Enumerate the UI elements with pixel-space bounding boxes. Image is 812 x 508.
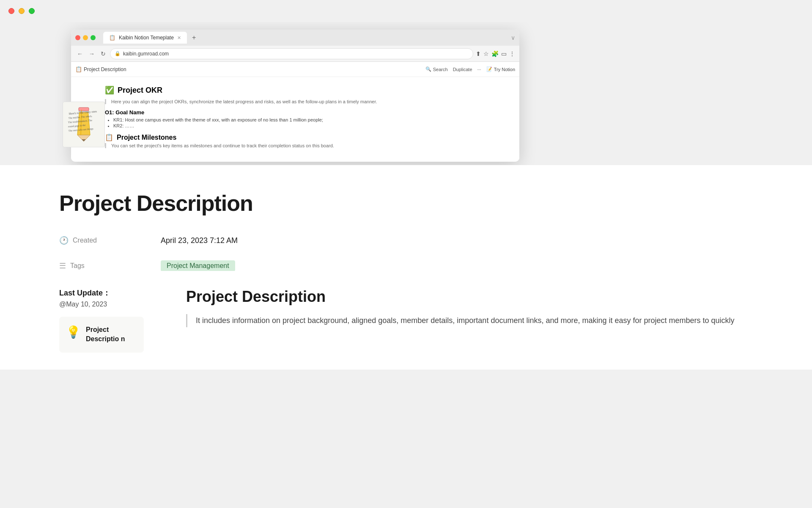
breadcrumb-icon: 📋 <box>75 66 82 72</box>
body-text: It includes information on project backg… <box>196 314 753 327</box>
goal-item-2: KR2: …… <box>113 123 502 128</box>
bookmark-icon[interactable]: ☆ <box>483 50 489 57</box>
browser-maximize[interactable] <box>91 35 96 40</box>
page-title: Project Description <box>59 190 753 216</box>
notion-actions: 🔍 Search Duplicate ··· 📝 Try Notion <box>425 66 515 72</box>
tab-close-icon[interactable]: ✕ <box>177 35 181 41</box>
body-blockquote: It includes information on project backg… <box>186 314 753 327</box>
breadcrumb: 📋 Project Description <box>75 66 126 72</box>
sidebar-info: Last Update： @May 10, 2023 💡 Project Des… <box>59 288 152 353</box>
created-property-row: 🕐 Created April 23, 2023 7:12 AM <box>59 233 753 248</box>
milestones-section-title: 📋 Project Milestones <box>105 133 502 141</box>
browser-close[interactable] <box>75 35 80 40</box>
macos-titlebar <box>0 0 812 22</box>
notion-description: Here you can align the project OKRs, syn… <box>105 99 502 104</box>
list-icon: ☰ <box>59 261 66 271</box>
browser-traffic-lights <box>75 35 96 40</box>
search-button[interactable]: 🔍 Search <box>425 66 448 72</box>
related-card[interactable]: 💡 Project Descriptio n <box>59 317 144 353</box>
tags-label: Tags <box>70 262 85 270</box>
notion-icon: 📝 <box>486 66 492 72</box>
goal-item-1: KR1: Host one campus event with the them… <box>113 117 502 122</box>
browser-titlebar: 📋 Kaibin Notion Temeplate ✕ + ∨ <box>71 30 519 46</box>
back-button[interactable]: ← <box>75 49 85 59</box>
created-value[interactable]: April 23, 2023 7:12 AM <box>161 236 238 245</box>
tag-badge[interactable]: Project Management <box>161 260 235 271</box>
tab-title: Kaibin Notion Temeplate <box>119 35 174 41</box>
address-text: kaibin.gumroad.com <box>123 51 169 57</box>
body-title: Project Description <box>186 288 753 306</box>
sidebar-icon[interactable]: ▭ <box>501 50 507 57</box>
tags-label-container: ☰ Tags <box>59 261 161 271</box>
related-card-icon: 💡 <box>66 325 81 339</box>
last-update-label: Last Update： <box>59 288 152 298</box>
maximize-button[interactable] <box>29 8 35 14</box>
browser-chevron-icon: ∨ <box>511 34 515 41</box>
last-update-date: @May 10, 2023 <box>59 301 152 308</box>
close-button[interactable] <box>8 8 14 14</box>
browser-tab[interactable]: 📋 Kaibin Notion Temeplate ✕ <box>103 32 187 44</box>
browser-window: 📋 Kaibin Notion Temeplate ✕ + ∨ ← → ↻ 🔒 … <box>71 30 519 162</box>
browser-actions: ⬆ ☆ 🧩 ▭ ⋮ <box>476 50 515 57</box>
breadcrumb-text: Project Description <box>84 66 126 72</box>
try-notion-button[interactable]: 📝 Try Notion <box>486 66 515 72</box>
browser-minimize[interactable] <box>83 35 88 40</box>
lock-icon: 🔒 <box>115 51 121 56</box>
created-label-container: 🕐 Created <box>59 236 161 245</box>
address-bar[interactable]: 🔒 kaibin.gumroad.com <box>110 48 473 59</box>
share-icon[interactable]: ⬆ <box>476 50 481 57</box>
svg-marker-5 <box>82 139 86 141</box>
tags-value[interactable]: Project Management <box>161 260 235 271</box>
notion-goal-heading: O1: Goal Name <box>105 109 502 116</box>
forward-button[interactable]: → <box>87 49 96 59</box>
notion-page-preview: ✅ Project OKR Here you can align the pro… <box>71 77 519 162</box>
main-body: Project Description It includes informat… <box>186 288 753 353</box>
notion-preview-title: ✅ Project OKR <box>105 86 502 95</box>
browser-toolbar: ← → ↻ 🔒 kaibin.gumroad.com ⬆ ☆ 🧩 ▭ ⋮ <box>71 46 519 62</box>
tab-favicon: 📋 <box>109 35 115 41</box>
created-label: Created <box>73 237 97 244</box>
milestones-description: You can set the project's key items as m… <box>105 143 502 148</box>
new-tab-button[interactable]: + <box>192 34 196 41</box>
pencil-thumbnail: Here's to the crazy ones The misfits. Th… <box>63 102 105 147</box>
more-options-button[interactable]: ··· <box>477 67 481 72</box>
milestones-icon: 📋 <box>105 133 113 141</box>
minimize-button[interactable] <box>19 8 25 14</box>
more-icon[interactable]: ⋮ <box>509 50 515 57</box>
duplicate-button[interactable]: Duplicate <box>453 67 472 72</box>
bottom-section: Last Update： @May 10, 2023 💡 Project Des… <box>0 271 812 370</box>
extensions-icon[interactable]: 🧩 <box>491 50 499 57</box>
notion-goals-list: KR1: Host one campus event with the them… <box>113 117 502 128</box>
reload-button[interactable]: ↻ <box>99 49 107 59</box>
okr-icon: ✅ <box>105 86 114 95</box>
related-card-text: Project Descriptio n <box>86 325 137 344</box>
notion-header: 📋 Project Description 🔍 Search Duplicate… <box>71 62 519 77</box>
clock-icon: 🕐 <box>59 236 69 245</box>
